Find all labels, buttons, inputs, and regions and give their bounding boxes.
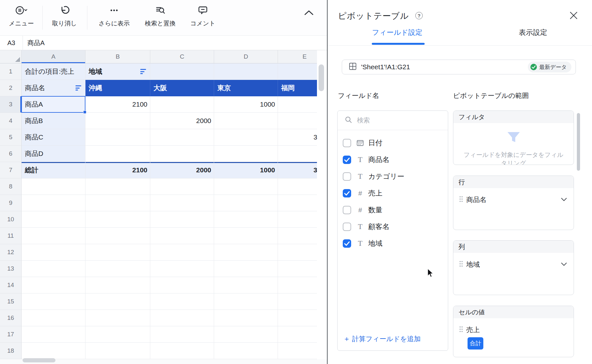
cell-D8[interactable] [214,178,278,195]
values-field-item[interactable]: 売上 [459,325,480,334]
panel-scrollbar[interactable] [577,113,580,171]
cell-B13[interactable] [85,261,150,277]
formula-input[interactable]: 商品A [23,39,44,47]
cell-C15[interactable] [150,293,214,310]
cell-E15[interactable] [278,293,317,310]
cell-C4[interactable]: 2000 [150,113,214,129]
cell-B14[interactable] [85,277,150,293]
row-header-6[interactable]: 6 [0,146,22,162]
cell-B11[interactable] [85,228,150,244]
collapse-toolbar-icon[interactable] [303,10,314,17]
row-header-17[interactable]: 17 [0,326,22,343]
cell-A11[interactable] [22,228,85,244]
vertical-scrollbar[interactable] [319,64,324,91]
cell-A4[interactable]: 商品B [22,113,85,129]
cell-E4[interactable] [278,113,317,129]
cell-E17[interactable] [278,326,317,343]
vertical-scrollbar-track[interactable] [317,50,327,359]
cell-C14[interactable] [150,277,214,293]
cell-E12[interactable] [278,244,317,261]
cell-D12[interactable] [214,244,278,261]
col-header-C[interactable]: C [150,50,214,63]
cell-C8[interactable] [150,178,214,195]
row-header-10[interactable]: 10 [0,211,22,228]
add-calculated-field-link[interactable]: ＋ 計算フィールドを追加 [343,334,420,344]
cell-B2[interactable]: 沖縄 [85,80,150,96]
cell-D16[interactable] [214,310,278,326]
undo-button[interactable]: 取り消し [52,3,77,28]
cell-A5[interactable]: 商品C [22,129,85,146]
cell-B3[interactable]: 2100 [85,96,150,113]
columns-drop-zone[interactable]: 列 地域 [453,240,574,295]
cell-D1[interactable] [214,63,278,80]
cell-B12[interactable] [85,244,150,261]
comment-button[interactable]: コメント [190,3,215,28]
checkbox-unchecked[interactable] [343,172,351,181]
cell-A14[interactable] [22,277,85,293]
cell-E1[interactable] [278,63,317,80]
filter-drop-zone[interactable]: フィルタ フィールドを対象にデータをフィル タリング [453,110,574,165]
cell-A6[interactable]: 商品D [22,146,85,162]
checkbox-checked[interactable] [343,239,351,248]
row-header-5[interactable]: 5 [0,129,22,146]
columns-field-item[interactable]: 地域 [459,260,480,269]
cell-D18[interactable] [214,343,278,359]
cell-C2[interactable]: 大阪 [150,80,214,96]
cell-B1[interactable]: 地域 [85,63,150,80]
cell-B5[interactable] [85,129,150,146]
data-range-field[interactable]: 'Sheet1'!A1:G21 最新データ [342,60,576,74]
cell-D10[interactable] [214,211,278,228]
field-item-売上[interactable]: #売上 [338,185,448,202]
field-item-数量[interactable]: #数量 [338,202,448,218]
drag-handle-icon[interactable] [459,261,463,268]
rows-drop-zone[interactable]: 行 商品名 [453,176,574,230]
cell-C6[interactable] [150,146,214,162]
col-header-A[interactable]: A [22,50,85,63]
cell-B18[interactable] [85,343,150,359]
cell-D7[interactable]: 1000 [214,162,278,178]
cell-reference-box[interactable]: A3 [0,39,23,47]
filter-icon[interactable] [75,85,81,91]
cell-D14[interactable] [214,277,278,293]
cell-A1[interactable]: 合計の項目:売上 [22,63,85,80]
cell-A8[interactable] [22,178,85,195]
aggregation-badge[interactable]: 合計 [468,337,483,350]
row-header-16[interactable]: 16 [0,310,22,326]
cell-C17[interactable] [150,326,214,343]
cell-B4[interactable] [85,113,150,129]
cell-D13[interactable] [214,261,278,277]
row-header-2[interactable]: 2 [0,80,22,96]
cell-B15[interactable] [85,293,150,310]
row-header-3[interactable]: 3 [0,96,22,113]
close-icon[interactable] [569,11,578,21]
cell-B17[interactable] [85,326,150,343]
cell-B10[interactable] [85,211,150,228]
cell-E14[interactable] [278,277,317,293]
field-search-input[interactable]: 検索 [338,111,448,130]
cell-D5[interactable] [214,129,278,146]
rows-field-item[interactable]: 商品名 [459,195,487,204]
more-button[interactable]: さらに表示 [99,3,130,28]
tab-display-settings[interactable]: 表示設定 [519,28,547,37]
row-header-12[interactable]: 12 [0,244,22,261]
find-replace-button[interactable]: 検索と置換 [145,3,175,28]
filter-icon[interactable] [140,69,146,74]
cell-A2[interactable]: 商品名 [22,80,85,96]
cell-A17[interactable] [22,326,85,343]
cell-E11[interactable] [278,228,317,244]
cell-A15[interactable] [22,293,85,310]
row-header-14[interactable]: 14 [0,277,22,293]
chevron-down-icon[interactable] [561,197,567,203]
row-header-18[interactable]: 18 [0,343,22,359]
cell-C1[interactable] [150,63,214,80]
cell-A12[interactable] [22,244,85,261]
col-header-D[interactable]: D [214,50,278,63]
cell-E2[interactable]: 福岡 [278,80,317,96]
col-header-B[interactable]: B [85,50,150,63]
cell-A18[interactable] [22,343,85,359]
cell-C3[interactable] [150,96,214,113]
cell-A7[interactable]: 総計 [22,162,85,178]
cell-B7[interactable]: 2100 [85,162,150,178]
select-all-corner[interactable] [0,50,22,63]
cell-B16[interactable] [85,310,150,326]
